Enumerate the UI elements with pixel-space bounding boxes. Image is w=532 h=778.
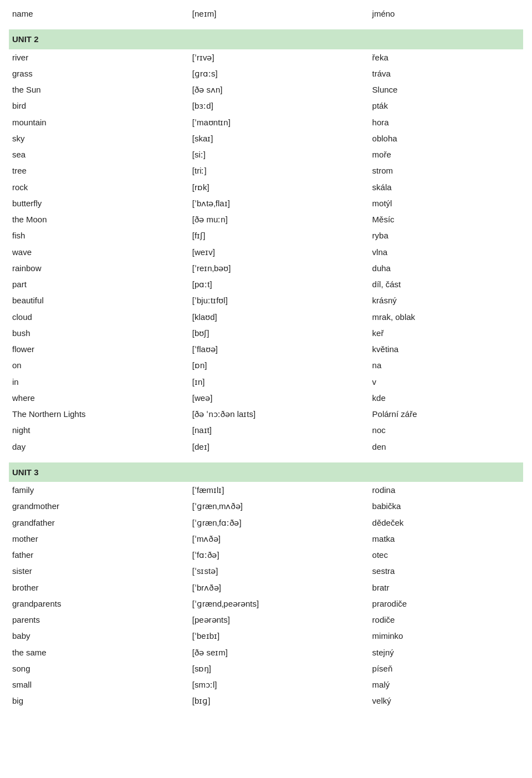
cell-phonetic: [ˈbrʌðə] — [189, 579, 369, 596]
cell-phonetic: [ˈbʌtə‚flaɪ] — [189, 195, 369, 211]
cell-english: grandfather — [9, 515, 189, 531]
cell-phonetic: [pɑːt] — [189, 276, 369, 292]
cell-english: mother — [9, 531, 189, 547]
cell-phonetic: [naɪt] — [189, 422, 369, 438]
cell-phonetic: [fɪʃ] — [189, 227, 369, 243]
cell-english: grandparents — [9, 596, 189, 612]
cell-czech: krásný — [369, 292, 523, 308]
cell-english: the Sun — [9, 82, 189, 98]
unit3-header: UNIT 3 — [9, 462, 523, 482]
cell-czech: dědeček — [369, 515, 523, 531]
cell-czech: den — [369, 439, 523, 455]
cell-english: beautiful — [9, 292, 189, 308]
cell-czech: prarodiče — [369, 596, 523, 612]
cell-czech: moře — [369, 146, 523, 162]
cell-english: sky — [9, 130, 189, 146]
cell-phonetic: [bɜːd] — [189, 98, 369, 114]
cell-phonetic: [bɪɡ] — [189, 693, 369, 709]
cell-phonetic: [ˈɡræn‚mʌðə] — [189, 498, 369, 514]
cell-phonetic: [peərənts] — [189, 612, 369, 628]
cell-english: fish — [9, 227, 189, 243]
cell-phonetic: [ɡrɑːs] — [189, 65, 369, 82]
cell-czech: skála — [369, 179, 523, 195]
cell-english: where — [9, 390, 189, 406]
cell-phonetic: [deɪ] — [189, 439, 369, 455]
cell-english: the Moon — [9, 211, 189, 227]
cell-english: parents — [9, 612, 189, 628]
cell-english: day — [9, 439, 189, 455]
cell-czech: sestra — [369, 563, 523, 579]
cell-phonetic: [weɪv] — [189, 244, 369, 260]
cell-czech: bratr — [369, 579, 523, 596]
cell-czech: obloha — [369, 130, 523, 146]
cell-phonetic: [klaʊd] — [189, 309, 369, 325]
cell-english: bird — [9, 98, 189, 114]
cell-czech: píseň — [369, 660, 523, 677]
vocabulary-table: name[neɪm]jménoUNIT 2river[ˈrɪvə]řekagra… — [9, 6, 523, 709]
cell-phonetic: [ɒn] — [189, 357, 369, 373]
cell-czech: rodina — [369, 482, 523, 498]
cell-english: part — [9, 276, 189, 292]
cell-english: sister — [9, 563, 189, 579]
cell-english: mountain — [9, 114, 189, 130]
cell-english: bush — [9, 325, 189, 341]
cell-english: butterfly — [9, 195, 189, 211]
cell-czech: otec — [369, 547, 523, 563]
cell-english: cloud — [9, 309, 189, 325]
cell-czech: miminko — [369, 628, 523, 644]
cell-czech: ryba — [369, 227, 523, 243]
cell-phonetic: [siː] — [189, 146, 369, 162]
cell-phonetic: [bʊʃ] — [189, 325, 369, 341]
cell-czech: jméno — [369, 6, 523, 22]
cell-czech: Slunce — [369, 82, 523, 98]
cell-phonetic: [neɪm] — [189, 6, 369, 22]
cell-phonetic: [triː] — [189, 162, 369, 179]
cell-phonetic: [ˈreɪn‚bəʊ] — [189, 260, 369, 276]
cell-czech: babička — [369, 498, 523, 514]
cell-phonetic: [ˈfɑːðə] — [189, 547, 369, 563]
cell-phonetic: [ˈfæmɪlɪ] — [189, 482, 369, 498]
cell-phonetic: [smɔːl] — [189, 677, 369, 693]
cell-czech: Měsíc — [369, 211, 523, 227]
cell-czech: díl, část — [369, 276, 523, 292]
cell-czech: na — [369, 357, 523, 373]
cell-english: small — [9, 677, 189, 693]
cell-english: song — [9, 660, 189, 677]
cell-english: family — [9, 482, 189, 498]
cell-czech: malý — [369, 677, 523, 693]
cell-czech: motýl — [369, 195, 523, 211]
cell-phonetic: [ðə seɪm] — [189, 644, 369, 660]
cell-english: river — [9, 49, 189, 65]
cell-czech: hora — [369, 114, 523, 130]
cell-czech: Polární záře — [369, 406, 523, 422]
cell-phonetic: [ðə ˈnɔːðən laɪts] — [189, 406, 369, 422]
cell-czech: strom — [369, 162, 523, 179]
cell-czech: duha — [369, 260, 523, 276]
cell-phonetic: [ˈbeɪbɪ] — [189, 628, 369, 644]
cell-phonetic: [ˈrɪvə] — [189, 49, 369, 65]
cell-english: wave — [9, 244, 189, 260]
cell-english: rainbow — [9, 260, 189, 276]
cell-czech: květina — [369, 341, 523, 357]
cell-czech: pták — [369, 98, 523, 114]
cell-czech: stejný — [369, 644, 523, 660]
cell-english: name — [9, 6, 189, 22]
cell-phonetic: [ˈmaʊntɪn] — [189, 114, 369, 130]
cell-czech: velký — [369, 693, 523, 709]
cell-phonetic: [sɒŋ] — [189, 660, 369, 677]
cell-czech: mrak, oblak — [369, 309, 523, 325]
cell-english: on — [9, 357, 189, 373]
cell-english: brother — [9, 579, 189, 596]
cell-czech: rodiče — [369, 612, 523, 628]
cell-english: flower — [9, 341, 189, 357]
cell-phonetic: [ˈbjuːtɪfʊl] — [189, 292, 369, 308]
cell-english: grass — [9, 65, 189, 82]
cell-phonetic: [ðə muːn] — [189, 211, 369, 227]
cell-phonetic: [ðə sʌn] — [189, 82, 369, 98]
cell-czech: vlna — [369, 244, 523, 260]
cell-czech: kde — [369, 390, 523, 406]
cell-english: in — [9, 374, 189, 390]
cell-czech: řeka — [369, 49, 523, 65]
cell-phonetic: [ɪn] — [189, 374, 369, 390]
cell-english: baby — [9, 628, 189, 644]
